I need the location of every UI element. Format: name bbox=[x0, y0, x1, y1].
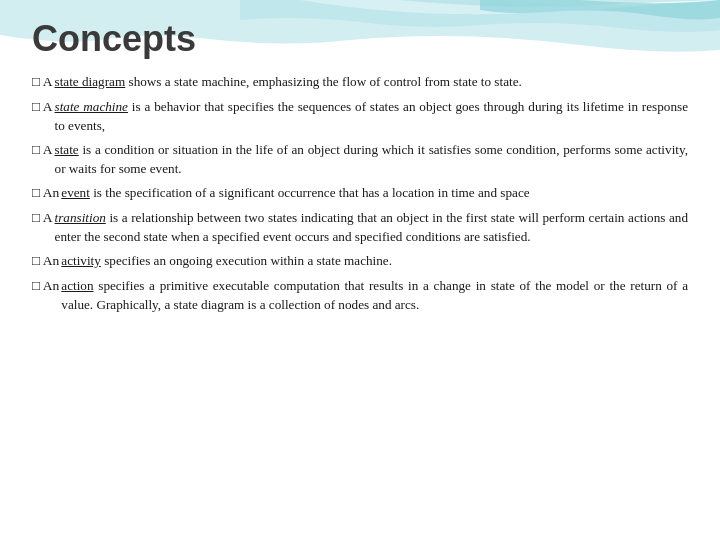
concepts-list: □ A state diagram shows a state machine,… bbox=[32, 72, 688, 314]
list-item: □ A state is a condition or situation in… bbox=[32, 140, 688, 178]
list-item: □ A transition is a relationship between… bbox=[32, 208, 688, 246]
list-item: □ An event is the specification of a sig… bbox=[32, 183, 688, 203]
bullet-marker: □ An bbox=[32, 251, 59, 271]
bullet-text: event is the specification of a signific… bbox=[61, 183, 688, 202]
bullet-marker: □ A bbox=[32, 208, 53, 228]
bullet-marker: □ A bbox=[32, 140, 53, 160]
term-state-diagram: state diagram bbox=[55, 74, 126, 89]
term-action: action bbox=[61, 278, 93, 293]
bullet-text: state machine is a behavior that specifi… bbox=[55, 97, 688, 135]
term-event: event bbox=[61, 185, 90, 200]
bullet-marker: □ An bbox=[32, 183, 59, 203]
bullet-text: state is a condition or situation in the… bbox=[55, 140, 688, 178]
bullet-text: transition is a relationship between two… bbox=[55, 208, 688, 246]
term-state-machine: state machine bbox=[55, 99, 128, 114]
list-item: □ A state machine is a behavior that spe… bbox=[32, 97, 688, 135]
term-activity: activity bbox=[61, 253, 101, 268]
term-state: state bbox=[55, 142, 79, 157]
bullet-marker: □ An bbox=[32, 276, 59, 296]
page-title: Concepts bbox=[32, 18, 688, 60]
bullet-text: action specifies a primitive executable … bbox=[61, 276, 688, 314]
list-item: □ An action specifies a primitive execut… bbox=[32, 276, 688, 314]
bullet-text: activity specifies an ongoing execution … bbox=[61, 251, 688, 270]
page-content: Concepts □ A state diagram shows a state… bbox=[0, 0, 720, 329]
term-transition: transition bbox=[55, 210, 106, 225]
bullet-text: state diagram shows a state machine, emp… bbox=[55, 72, 688, 91]
bullet-marker: □ A bbox=[32, 97, 53, 117]
list-item: □ A state diagram shows a state machine,… bbox=[32, 72, 688, 92]
list-item: □ An activity specifies an ongoing execu… bbox=[32, 251, 688, 271]
bullet-marker: □ A bbox=[32, 72, 53, 92]
